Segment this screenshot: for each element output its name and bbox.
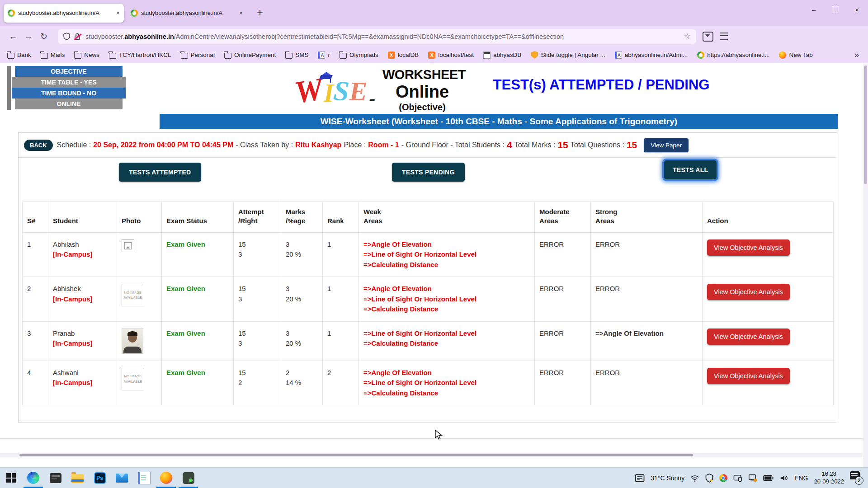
objective-button[interactable]: OBJECTIVE — [15, 66, 123, 77]
status-cell: Exam Given — [162, 277, 234, 322]
col-exam-status: Exam Status — [162, 202, 234, 233]
student-cell: Ashwani[In-Campus] — [48, 361, 117, 405]
vertical-scrollbar-thumb[interactable] — [864, 66, 867, 184]
start-button[interactable] — [0, 468, 22, 488]
security-shield-icon[interactable] — [705, 474, 713, 483]
online-button[interactable]: ONLINE — [15, 99, 123, 109]
wifi-icon[interactable] — [690, 474, 699, 482]
view-paper-button[interactable]: View Paper — [644, 138, 689, 152]
col-moderate: ModerateAreas — [535, 202, 591, 233]
battery-icon[interactable] — [763, 475, 774, 481]
tracking-shield-icon[interactable] — [63, 33, 70, 40]
folder-icon — [74, 53, 81, 59]
url-path: /AdminCentre/viewanalysisotherobj?centre… — [174, 33, 564, 40]
taskbar-edge[interactable] — [22, 468, 44, 488]
bookmark-item[interactable]: Bank — [7, 52, 31, 59]
phone-link-icon[interactable] — [733, 474, 742, 482]
close-button[interactable]: × — [846, 0, 868, 19]
logo-line: WORKSHEET — [382, 68, 462, 82]
tests-pending-button[interactable]: TESTS PENDING — [392, 163, 465, 182]
bookmark-item[interactable]: abhyasDB — [483, 52, 521, 59]
insecure-lock-icon[interactable] — [74, 33, 81, 40]
chrome-icon[interactable] — [719, 474, 727, 482]
taskbar-file-explorer[interactable] — [66, 468, 89, 488]
bookmark-item[interactable]: News — [74, 52, 99, 59]
menu-icon[interactable] — [720, 33, 728, 40]
bookmark-label: Bank — [17, 52, 31, 58]
bookmark-item[interactable]: Olympiads — [340, 52, 378, 59]
weather-text[interactable]: 31°C Sunny — [651, 474, 684, 482]
bookmark-item[interactable]: localhost/test — [428, 52, 474, 59]
bookmark-label: r — [328, 52, 330, 58]
sync-icon[interactable] — [748, 474, 757, 483]
schedule-label: Schedule : — [57, 141, 91, 149]
taskbar-firefox[interactable] — [155, 468, 177, 488]
bookmark-item[interactable]: r — [318, 52, 330, 59]
volume-icon[interactable] — [779, 474, 788, 482]
horizontal-scrollbar[interactable] — [0, 453, 863, 457]
date-text: 20-09-2022 — [814, 478, 844, 485]
tests-attempted-button[interactable]: TESTS ATTEMPTED — [119, 163, 201, 182]
taskbar-app[interactable] — [177, 468, 199, 488]
new-tab-button[interactable]: + — [252, 5, 268, 21]
tab-close-icon[interactable]: × — [239, 9, 243, 17]
time-text: 16:28 — [821, 470, 836, 477]
forward-icon[interactable]: → — [21, 29, 36, 44]
reader-icon — [615, 52, 622, 59]
bookmark-star-icon[interactable]: ☆ — [684, 32, 691, 41]
browser-tab[interactable]: studybooster.abhyasonline.in/A × — [127, 4, 247, 23]
timebound-button[interactable]: TIME BOUND - NO — [12, 88, 126, 99]
bookmark-item[interactable]: Mails — [41, 52, 65, 59]
reload-icon[interactable]: ↻ — [36, 29, 52, 44]
extensions-icon[interactable] — [703, 32, 713, 42]
maximize-button[interactable] — [825, 0, 846, 19]
clock[interactable]: 16:2820-09-2022 — [814, 470, 844, 486]
minimize-button[interactable]: – — [803, 0, 825, 19]
bookmark-item[interactable]: abhyasonline.in/Admi... — [615, 52, 688, 59]
folder-icon — [340, 53, 347, 59]
bookmark-item[interactable]: SMS — [285, 52, 308, 59]
bookmark-label: abhyasonline.in/Admi... — [625, 52, 688, 58]
back-button[interactable]: BACK — [24, 140, 53, 151]
language-indicator[interactable]: ENG — [794, 474, 808, 482]
firefox-icon — [160, 472, 172, 484]
tab-close-icon[interactable]: × — [116, 9, 120, 17]
taskbar-notepad[interactable] — [133, 468, 155, 488]
col-weak: WeakAreas — [359, 202, 535, 233]
view-objective-analysis-button[interactable]: View Objective Analysis — [707, 368, 790, 384]
page-divider — [0, 438, 868, 439]
bookmark-item[interactable]: Slide toggle | Angular ... — [531, 51, 605, 59]
bookmark-item[interactable]: New Tab — [779, 52, 812, 59]
windows-start-icon — [6, 473, 16, 483]
total-students: 4 — [507, 140, 512, 150]
bookmark-item[interactable]: TCY/Hartron/HKCL — [109, 52, 171, 59]
back-icon[interactable]: ← — [5, 29, 21, 44]
bookmark-item[interactable]: localDB — [388, 52, 419, 59]
col-attempt: Attempt/Right — [234, 202, 281, 233]
logo-letter: S — [333, 76, 350, 105]
taskbar-terminal[interactable] — [44, 468, 66, 488]
student-cell: Abhishek[In-Campus] — [48, 277, 117, 322]
tests-all-button[interactable]: TESTS ALL — [662, 159, 718, 181]
bookmark-item[interactable]: Personal — [181, 52, 215, 59]
view-objective-analysis-button[interactable]: View Objective Analysis — [707, 284, 790, 300]
student-name: Abhishek — [53, 284, 112, 294]
taskbar-photoshop[interactable]: Ps — [89, 468, 111, 488]
news-widget-icon[interactable] — [635, 474, 645, 483]
floor-students-label: - Ground Floor - Total Students : — [401, 141, 505, 149]
view-objective-analysis-button[interactable]: View Objective Analysis — [707, 239, 790, 256]
url-bar[interactable]: studybooster.abhyasonline.in/AdminCentre… — [58, 29, 696, 44]
horizontal-scrollbar-thumb[interactable] — [19, 454, 693, 456]
xampp-icon — [388, 52, 395, 59]
bookmarks-overflow-icon[interactable]: » — [854, 50, 868, 60]
url-text: studybooster.abhyasonline.in/AdminCentre… — [85, 33, 680, 40]
browser-tab-active[interactable]: studybooster.abhyasonline.in/A × — [4, 4, 124, 23]
bookmark-item[interactable]: OnlinePayment — [224, 52, 276, 59]
campus-tag: [In-Campus] — [53, 338, 112, 349]
notification-center[interactable]: 2 — [850, 471, 863, 485]
view-objective-analysis-button[interactable]: View Objective Analysis — [707, 328, 790, 345]
vertical-scrollbar[interactable] — [863, 63, 868, 467]
taskbar-mail[interactable] — [111, 468, 133, 488]
timetable-button[interactable]: TIME TABLE - YES — [12, 77, 126, 88]
bookmark-item[interactable]: https://abhyasonline.i... — [697, 52, 769, 59]
